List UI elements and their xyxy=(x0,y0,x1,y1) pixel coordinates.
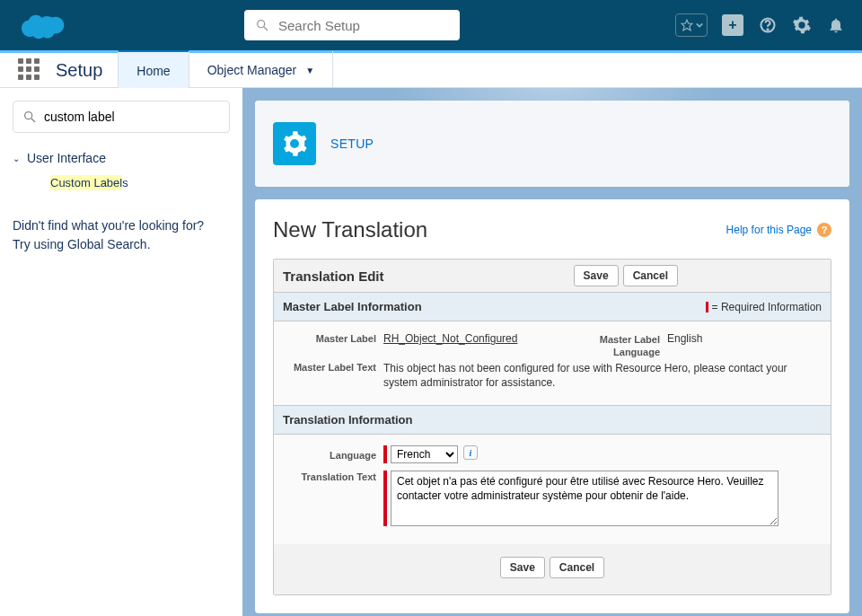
cancel-button-bottom[interactable]: Cancel xyxy=(550,557,604,578)
master-label-label: Master Label xyxy=(283,330,383,359)
tree-item-custom-labels[interactable]: Custom Labels xyxy=(50,176,230,189)
form-panel: New Translation Help for this Page ? Tra… xyxy=(255,199,849,613)
page-header-panel: SETUP xyxy=(255,101,849,187)
svg-marker-2 xyxy=(682,20,692,31)
chevron-down-icon: ▼ xyxy=(305,66,314,75)
help-icon[interactable] xyxy=(758,15,778,35)
global-search-wrap xyxy=(244,10,460,40)
bell-icon[interactable] xyxy=(826,15,846,35)
context-nav-bar: Setup Home Object Manager▼ xyxy=(0,50,862,88)
master-lang-label: Master LabelLanguage xyxy=(552,330,667,359)
favorites-button[interactable] xyxy=(675,13,708,37)
salesforce-logo[interactable] xyxy=(20,10,65,40)
master-text-label: Master Label Text xyxy=(283,359,383,373)
help-for-page-link[interactable]: Help for this Page ? xyxy=(726,223,831,237)
section-translation-info: Translation Information xyxy=(274,405,831,435)
quick-find-box[interactable] xyxy=(13,101,230,133)
search-icon xyxy=(255,18,269,32)
language-select[interactable]: French xyxy=(391,445,458,463)
main-content: SETUP New Translation Help for this Page… xyxy=(242,88,862,616)
master-lang-value: English xyxy=(667,330,822,359)
required-info-text: = Required Information xyxy=(712,301,822,313)
tree-section-user-interface[interactable]: ⌄ User Interface xyxy=(13,151,230,165)
tab-object-manager[interactable]: Object Manager▼ xyxy=(189,51,334,89)
app-launcher-icon[interactable] xyxy=(18,58,41,82)
tree-highlight: Custom Label xyxy=(50,175,122,190)
required-marker xyxy=(383,445,387,463)
global-header: + xyxy=(0,0,862,50)
gear-icon[interactable] xyxy=(792,15,812,35)
required-info: = Required Information xyxy=(706,301,822,313)
quick-find-input[interactable] xyxy=(44,110,220,124)
section2-title: Translation Information xyxy=(283,413,412,427)
tab-home[interactable]: Home xyxy=(118,50,189,89)
help-link-text: Help for this Page xyxy=(726,224,812,236)
section-master-label-info: Master Label Information = Required Info… xyxy=(274,292,831,321)
header-eyebrow: SETUP xyxy=(330,136,374,151)
block-title: Translation Edit xyxy=(283,268,384,284)
create-button[interactable]: + xyxy=(722,14,743,36)
master-text-value: This object has not been configured for … xyxy=(383,359,805,392)
global-search-box[interactable] xyxy=(244,10,460,40)
translation-text-input[interactable]: Cet objet n'a pas été configuré pour êtr… xyxy=(391,471,778,526)
page-title: New Translation xyxy=(273,217,427,242)
sidebar-help-line2: Try using Global Search. xyxy=(13,235,230,254)
tab-home-label: Home xyxy=(136,64,170,78)
section1-title: Master Label Information xyxy=(283,300,422,313)
save-button-bottom[interactable]: Save xyxy=(500,557,545,578)
info-icon[interactable]: i xyxy=(463,445,478,460)
chevron-down-icon: ⌄ xyxy=(13,154,20,163)
cancel-button[interactable]: Cancel xyxy=(623,265,678,286)
global-search-input[interactable] xyxy=(278,18,449,33)
setup-gear-icon xyxy=(273,122,316,165)
svg-point-5 xyxy=(25,112,32,119)
svg-line-1 xyxy=(264,27,268,31)
help-icon: ? xyxy=(817,223,831,237)
tab-object-manager-label: Object Manager xyxy=(207,63,297,77)
svg-line-6 xyxy=(31,119,35,122)
svg-point-0 xyxy=(258,21,265,28)
sidebar-help-line1: Didn't find what you're looking for? xyxy=(13,216,230,235)
tree-section-label: User Interface xyxy=(27,151,106,165)
search-icon xyxy=(22,110,37,124)
translation-edit-block: Translation Edit Save Cancel Master Labe… xyxy=(273,259,831,595)
setup-tree-sidebar: ⌄ User Interface Custom Labels Didn't fi… xyxy=(0,88,242,616)
sidebar-help-text: Didn't find what you're looking for? Try… xyxy=(13,216,230,254)
master-label-link[interactable]: RH_Object_Not_Configured xyxy=(383,332,517,345)
required-marker xyxy=(383,471,387,526)
context-title: Setup xyxy=(56,60,102,81)
translation-text-label: Translation Text xyxy=(283,469,383,482)
save-button[interactable]: Save xyxy=(574,265,619,286)
svg-point-4 xyxy=(767,29,768,30)
header-actions: + xyxy=(675,13,851,37)
language-label: Language xyxy=(283,447,383,461)
